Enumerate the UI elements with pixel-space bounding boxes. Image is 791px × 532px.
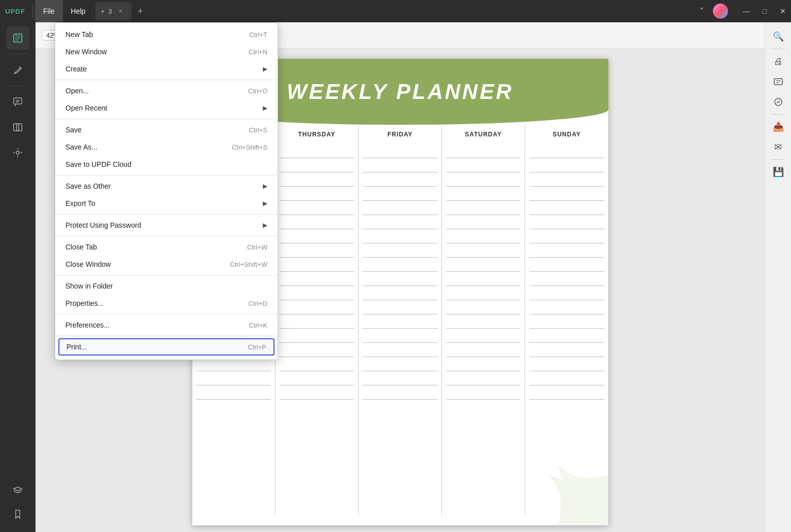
line (529, 158, 604, 172)
recognize-icon[interactable] (769, 93, 787, 111)
menu-label-show-folder: Show in Folder (65, 282, 113, 290)
file-menu-button[interactable]: File (35, 0, 63, 22)
right-sidebar: 🔍 🖨 📤 ✉ 💾 (765, 22, 791, 532)
rs-divider-3 (771, 159, 785, 160)
line (446, 343, 521, 357)
tab-1[interactable]: ▾ 3 × (95, 2, 131, 20)
new-tab-button[interactable]: + (133, 4, 148, 18)
menu-item-save-as-other[interactable]: Save as Other ▶ (55, 178, 278, 195)
menu-item-properties[interactable]: Properties... Ctrl+D (55, 295, 278, 312)
menu-label-export-to: Export To (65, 199, 95, 207)
menu-label-close-tab: Close Tab (65, 243, 97, 251)
menu-label-protect-password: Protect Using Password (65, 221, 141, 229)
sidebar-icon-tools[interactable] (6, 141, 29, 164)
sidebar-icon-annotate[interactable] (6, 58, 29, 82)
line (529, 144, 604, 158)
line (280, 144, 354, 158)
line (280, 272, 354, 286)
close-button[interactable]: ✕ (775, 4, 791, 18)
menu-label-create: Create (65, 65, 87, 73)
line (280, 286, 354, 300)
rs-divider-1 (771, 49, 785, 49)
menu-item-new-tab[interactable]: New Tab Ctrl+T (55, 26, 278, 43)
line (363, 201, 437, 215)
line (280, 385, 354, 400)
menu-label-save-as: Save As... (65, 143, 97, 151)
menu-item-close-window[interactable]: Close Window Ctrl+Shift+W (55, 256, 278, 273)
line (280, 357, 354, 371)
line (446, 243, 521, 258)
day-col-friday: FRIDAY (359, 125, 442, 515)
shortcut-print: Ctrl+P (248, 343, 266, 351)
menu-item-save-as[interactable]: Save As... Ctrl+Shift+S (55, 138, 278, 156)
menu-item-save-cloud[interactable]: Save to UPDF Cloud (55, 156, 278, 173)
shortcut-save: Ctrl+S (249, 126, 267, 134)
line (446, 300, 521, 314)
sidebar-icon-pages[interactable] (6, 116, 29, 139)
shortcut-new-window: Ctrl+N (249, 48, 267, 56)
menu-label-save-cloud: Save to UPDF Cloud (65, 160, 131, 168)
menu-item-print[interactable]: Print... Ctrl+P (58, 338, 274, 356)
logo-text: UPDF (5, 8, 25, 15)
menu-label-close-window: Close Window (65, 260, 111, 268)
menu-item-open[interactable]: Open... Ctrl+O (55, 82, 278, 99)
line (363, 385, 437, 400)
day-lines-friday (359, 142, 441, 515)
sidebar-icon-comment[interactable] (6, 90, 29, 114)
sidebar-icon-layers[interactable] (6, 477, 29, 501)
search-icon[interactable]: 🔍 (769, 27, 787, 46)
line (446, 258, 521, 272)
arrow-open-recent: ▶ (263, 104, 267, 112)
day-col-thursday: THURSDAY (276, 125, 359, 515)
menu-item-export-to[interactable]: Export To ▶ (55, 195, 278, 212)
title-bar: UPDF File Help ▾ 3 × + ˅ — □ ✕ (0, 0, 791, 22)
print-icon[interactable]: 🖨 (769, 52, 787, 70)
sidebar-icon-edit[interactable] (6, 26, 29, 50)
title-divider (32, 4, 33, 18)
line (446, 357, 521, 371)
tab-label: 3 (108, 8, 112, 15)
sidebar-divider-1 (9, 54, 27, 54)
menu-item-preferences[interactable]: Preferences... Ctrl+K (55, 316, 278, 334)
menu-sep-5 (55, 236, 278, 236)
email-icon[interactable]: ✉ (769, 138, 787, 156)
menu-sep-7 (55, 314, 278, 314)
line (529, 314, 604, 329)
tab-close-button[interactable]: × (116, 7, 125, 16)
chevron-down-icon[interactable]: ˅ (695, 4, 709, 18)
line (363, 215, 437, 229)
menu-item-show-folder[interactable]: Show in Folder (55, 277, 278, 295)
line (363, 243, 437, 258)
menu-item-create[interactable]: Create ▶ (55, 60, 278, 78)
menu-item-open-recent[interactable]: Open Recent ▶ (55, 99, 278, 117)
menu-label-new-window: New Window (65, 48, 107, 56)
line (529, 343, 604, 357)
line (363, 258, 437, 272)
save-icon[interactable]: 💾 (769, 163, 787, 181)
svg-rect-10 (17, 124, 22, 131)
line (529, 371, 604, 385)
help-menu-button[interactable]: Help (63, 0, 94, 22)
line (446, 272, 521, 286)
menu-item-save: Save Ctrl+S (55, 121, 278, 138)
line (363, 314, 437, 329)
menu-label-print: Print... (66, 343, 87, 351)
line (446, 385, 521, 400)
menu-item-close-tab[interactable]: Close Tab Ctrl+W (55, 238, 278, 256)
line (280, 229, 354, 243)
planner-title: WEEKLY PLANNER (287, 80, 513, 104)
sidebar-icon-bookmark[interactable] (6, 503, 29, 526)
menu-item-new-window[interactable]: New Window Ctrl+N (55, 43, 278, 60)
menu-item-protect-password[interactable]: Protect Using Password ▶ (55, 217, 278, 234)
ocr-icon[interactable] (769, 73, 787, 91)
avatar[interactable] (713, 4, 728, 19)
maximize-button[interactable]: □ (756, 4, 773, 18)
arrow-protect-password: ▶ (263, 222, 267, 229)
share-icon[interactable]: 📤 (769, 118, 787, 136)
line (363, 329, 437, 343)
tab-dropdown-icon[interactable]: ▾ (101, 9, 104, 14)
minimize-button[interactable]: — (738, 4, 754, 18)
line (529, 286, 604, 300)
file-dropdown-menu: New Tab Ctrl+T New Window Ctrl+N Create … (55, 22, 278, 360)
leaf-decoration (507, 424, 608, 525)
